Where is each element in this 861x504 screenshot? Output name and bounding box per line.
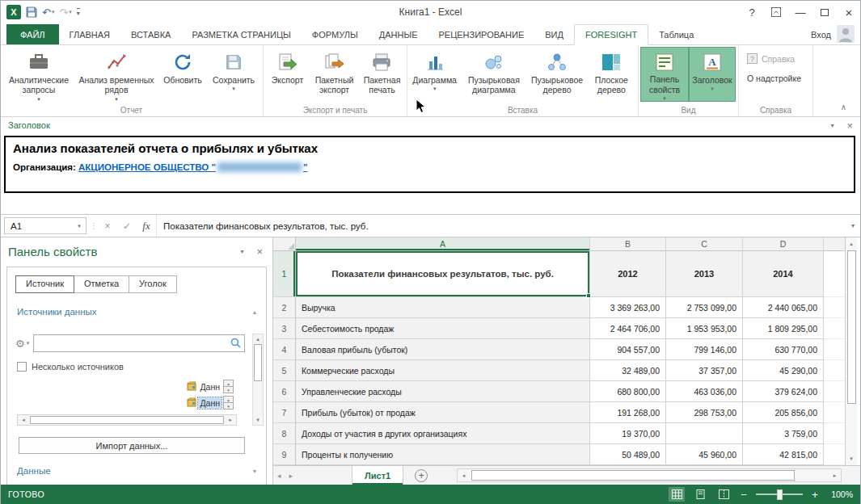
column-header-d[interactable]: D bbox=[743, 237, 824, 251]
cell-c9[interactable]: 45 960,00 bbox=[666, 444, 743, 465]
sheet-nav-left-icon[interactable]: ◂ bbox=[273, 472, 285, 480]
collapse-section-icon[interactable]: ▴ bbox=[253, 309, 256, 316]
cell-b4[interactable]: 904 557,00 bbox=[590, 339, 666, 360]
search-icon[interactable] bbox=[230, 338, 241, 350]
tab-data[interactable]: ДАННЫЕ bbox=[369, 24, 428, 44]
redo-button[interactable]: ↷▾ bbox=[59, 6, 71, 19]
tab-home[interactable]: ГЛАВНАЯ bbox=[59, 24, 120, 44]
column-header-a[interactable]: A bbox=[296, 237, 590, 251]
cell-a6[interactable]: Управленческие расходы bbox=[296, 381, 590, 402]
item-spinner[interactable]: ▴▾ bbox=[223, 397, 234, 410]
cell-a3[interactable]: Себестоимость продаж bbox=[296, 318, 590, 339]
cell-a9[interactable]: Проценты к получению bbox=[296, 444, 590, 465]
sheet-vscrollbar[interactable]: ▴ ▾ bbox=[845, 237, 857, 465]
cell-d3[interactable]: 1 809 295,00 bbox=[743, 318, 824, 339]
hscroll-thumb[interactable] bbox=[30, 416, 224, 424]
properties-panel-toggle[interactable]: Панель свойств ▾ bbox=[640, 47, 689, 102]
cell-b5[interactable]: 32 489,00 bbox=[590, 360, 666, 381]
properties-panel-menu-icon[interactable]: ▾ bbox=[240, 248, 243, 255]
sheet-nav-right-icon[interactable]: ▸ bbox=[285, 472, 298, 480]
save-report-button[interactable]: Сохранить ▾ bbox=[209, 47, 259, 102]
new-sheet-icon[interactable]: + bbox=[415, 469, 428, 482]
report-header-box[interactable]: Анализ показателей отчета о прибылях и у… bbox=[4, 136, 855, 193]
cell-c1[interactable]: 2013 bbox=[666, 251, 743, 297]
maximize-icon[interactable] bbox=[812, 0, 837, 24]
tab-review[interactable]: РЕЦЕНЗИРОВАНИЕ bbox=[428, 24, 534, 44]
sheet-hscrollbar[interactable]: ◂ ▸ bbox=[457, 468, 842, 482]
tab-source[interactable]: Источник bbox=[15, 275, 74, 293]
row-header-9[interactable]: 9 bbox=[273, 444, 296, 465]
scroll-left-icon[interactable]: ◂ bbox=[458, 472, 470, 479]
row-header-4[interactable]: 4 bbox=[273, 339, 296, 360]
tab-view[interactable]: ВИД bbox=[534, 24, 574, 44]
cell-b7[interactable]: 191 268,00 bbox=[590, 402, 666, 423]
formula-input[interactable]: Показатели финансовых результатов, тыс. … bbox=[156, 215, 845, 237]
cell-e3[interactable] bbox=[824, 318, 845, 339]
cell-c7[interactable]: 298 753,00 bbox=[666, 402, 743, 423]
cell-b9[interactable]: 50 489,00 bbox=[590, 444, 666, 465]
tab-table[interactable]: Таблица bbox=[648, 24, 704, 44]
excel-app-icon[interactable]: X bbox=[6, 5, 21, 19]
scroll-up-icon[interactable]: ▴ bbox=[850, 237, 853, 250]
cell-b3[interactable]: 2 464 706,00 bbox=[590, 318, 666, 339]
column-header-b[interactable]: B bbox=[590, 237, 666, 251]
zoom-in-icon[interactable]: + bbox=[810, 489, 820, 501]
page-layout-view-icon[interactable] bbox=[692, 487, 708, 502]
formula-bar-handle[interactable]: ⋮ bbox=[90, 215, 98, 237]
cell-d7[interactable]: 205 856,00 bbox=[743, 402, 824, 423]
batch-print-button[interactable]: Пакетная печать bbox=[359, 47, 405, 102]
source-list-item[interactable]: Данн ▴▾ bbox=[17, 379, 237, 395]
cell-c2[interactable]: 2 753 099,00 bbox=[666, 297, 743, 318]
data-sources-section-header[interactable]: Источники данных ▴ bbox=[7, 304, 266, 319]
zoom-out-icon[interactable]: − bbox=[739, 489, 749, 501]
row-header-6[interactable]: 6 bbox=[273, 381, 296, 402]
row-header-2[interactable]: 2 bbox=[273, 297, 296, 318]
source-list-item-selected[interactable]: Данн ▴▾ bbox=[17, 395, 237, 411]
help-button[interactable]: ? Справка bbox=[744, 52, 804, 66]
sign-in-area[interactable]: Вход bbox=[811, 24, 861, 44]
cell-c8[interactable] bbox=[666, 423, 743, 444]
hscroll-thumb[interactable] bbox=[471, 470, 795, 481]
column-header-c[interactable]: C bbox=[666, 237, 743, 251]
page-break-view-icon[interactable] bbox=[715, 487, 732, 502]
cell-c4[interactable]: 799 146,00 bbox=[666, 339, 743, 360]
expand-formula-bar-icon[interactable]: ▾ bbox=[845, 215, 861, 237]
insert-function-icon[interactable]: fx bbox=[137, 215, 156, 237]
minimize-icon[interactable]: — bbox=[788, 0, 812, 24]
customize-quick-access-icon[interactable]: ▾ bbox=[77, 8, 80, 17]
tab-foresight[interactable]: FORESIGHT bbox=[574, 24, 648, 45]
vscroll-thumb[interactable] bbox=[847, 250, 856, 404]
cell-c5[interactable]: 37 357,00 bbox=[666, 360, 743, 381]
refresh-button[interactable]: Обновить bbox=[157, 47, 209, 102]
close-icon[interactable]: × bbox=[837, 0, 861, 24]
cell-d6[interactable]: 379 624,00 bbox=[743, 381, 824, 402]
cell-a1[interactable]: Показатели финансовых результатов, тыс. … bbox=[296, 251, 590, 297]
cell-d4[interactable]: 630 770,00 bbox=[743, 339, 824, 360]
cell-a7[interactable]: Прибыль (убыток) от продаж bbox=[296, 402, 590, 423]
batch-export-button[interactable]: Пакетный экспорт bbox=[310, 47, 359, 102]
time-series-button[interactable]: Анализ временных рядов ▾ bbox=[76, 47, 157, 102]
sources-vscrollbar[interactable]: ▴ ▾ bbox=[252, 334, 264, 426]
cell-d5[interactable]: 45 290,00 bbox=[743, 360, 824, 381]
fill-handle[interactable] bbox=[586, 293, 591, 298]
zoom-slider[interactable] bbox=[756, 489, 803, 500]
ribbon-display-options-icon[interactable] bbox=[764, 0, 788, 24]
cell-e9[interactable] bbox=[824, 444, 845, 465]
cell-b2[interactable]: 3 369 263,00 bbox=[590, 297, 666, 318]
cell-a5[interactable]: Коммерческие расходы bbox=[296, 360, 590, 381]
cell-e2[interactable] bbox=[824, 297, 845, 318]
row-header-1[interactable]: 1 bbox=[273, 251, 296, 297]
bubble-tree-button[interactable]: Пузырьковое дерево bbox=[527, 47, 586, 102]
header-toggle[interactable]: A Заголовок ▾ bbox=[689, 47, 736, 102]
cell-d1[interactable]: 2014 bbox=[743, 251, 824, 297]
flat-tree-button[interactable]: Плоское дерево bbox=[587, 47, 636, 102]
row-header-3[interactable]: 3 bbox=[273, 318, 296, 339]
cell-e1[interactable] bbox=[824, 251, 845, 297]
scroll-up-icon[interactable]: ▴ bbox=[256, 334, 260, 344]
scroll-left-icon[interactable]: ◂ bbox=[18, 417, 29, 423]
cell-a8[interactable]: Доходы от участия в других организациях bbox=[296, 423, 590, 444]
cell-b1[interactable]: 2012 bbox=[590, 251, 666, 297]
export-button[interactable]: Экспорт bbox=[265, 47, 310, 102]
tab-formulas[interactable]: ФОРМУЛЫ bbox=[302, 24, 369, 44]
scroll-down-icon[interactable]: ▾ bbox=[850, 452, 853, 465]
